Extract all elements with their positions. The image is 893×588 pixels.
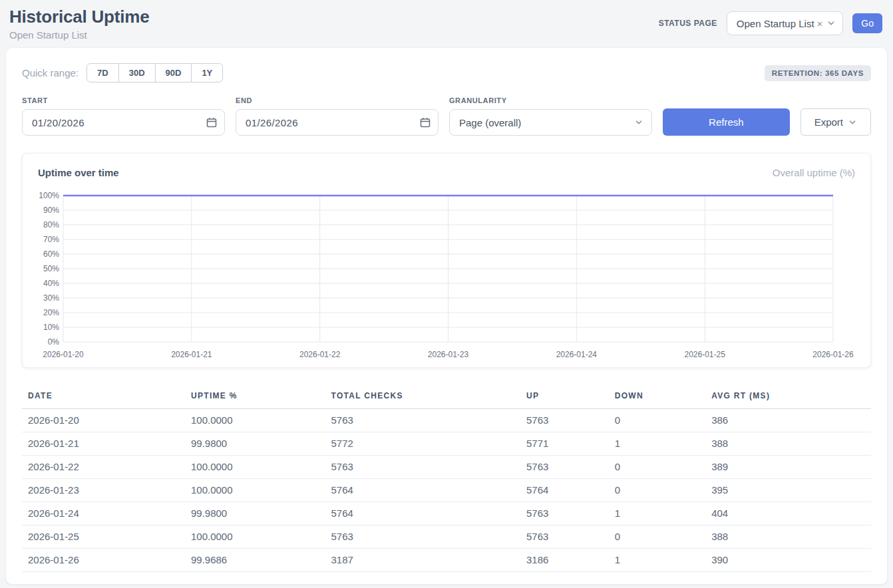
quick-range: Quick range: 7D30D90D1Y	[22, 63, 223, 82]
table-cell: 5763	[325, 409, 520, 432]
svg-text:70%: 70%	[43, 235, 59, 244]
table-cell: 99.9686	[185, 549, 325, 572]
refresh-button[interactable]: Refresh	[663, 108, 790, 136]
calendar-icon[interactable]	[206, 117, 217, 128]
main-panel: Quick range: 7D30D90D1Y RETENTION: 365 D…	[5, 47, 888, 585]
svg-text:2026-01-22: 2026-01-22	[299, 350, 341, 359]
table-row: 2026-01-2499.9800576457631404	[22, 502, 871, 525]
table-cell: 386	[705, 409, 871, 432]
clear-selection-icon[interactable]: ×	[817, 18, 823, 29]
table-cell: 100.0000	[185, 409, 325, 432]
granularity-field: GRANULARITY Page (overall)	[449, 96, 652, 136]
table-cell: 3187	[325, 549, 520, 572]
page-subtitle: Open Startup List	[9, 29, 149, 41]
table-cell: 99.9800	[185, 502, 325, 525]
column-header: UP	[520, 384, 609, 409]
table-cell: 5763	[520, 525, 609, 549]
filters-row: START END GRANULARITY Page (overall)	[22, 96, 871, 136]
table-cell: 395	[705, 479, 871, 502]
page-title: Historical Uptime	[9, 7, 149, 27]
status-page-label: STATUS PAGE	[659, 19, 717, 28]
table-cell: 0	[609, 409, 705, 432]
table-cell: 2026-01-21	[22, 432, 185, 456]
table-cell: 1	[609, 549, 705, 572]
table-cell: 5763	[520, 502, 609, 525]
table-row: 2026-01-23100.0000576457640395	[22, 479, 871, 502]
table-cell: 5763	[325, 456, 520, 479]
title-block: Historical Uptime Open Startup List	[9, 7, 149, 41]
svg-text:30%: 30%	[43, 293, 59, 303]
table-cell: 100.0000	[185, 456, 325, 479]
table-cell: 1	[609, 502, 705, 525]
chart-header: Uptime over time Overall uptime (%)	[38, 167, 855, 178]
quick-range-30d[interactable]: 30D	[118, 63, 156, 82]
table-row: 2026-01-22100.0000576357630389	[22, 456, 871, 479]
svg-text:2026-01-20: 2026-01-20	[43, 350, 84, 359]
table-cell: 390	[705, 549, 871, 572]
chart-title: Uptime over time	[38, 167, 119, 178]
start-date-wrap	[22, 109, 225, 136]
quick-range-7d[interactable]: 7D	[87, 63, 119, 82]
svg-text:10%: 10%	[43, 323, 59, 332]
export-button-label: Export	[814, 116, 843, 128]
status-page-control: STATUS PAGE Open Startup List × Go	[659, 11, 882, 35]
table-cell: 99.9800	[185, 432, 325, 456]
table-cell: 2026-01-25	[22, 525, 185, 549]
table-row: 2026-01-2199.9800577257711388	[22, 432, 871, 456]
table-cell: 5763	[325, 525, 520, 549]
table-cell: 2026-01-23	[22, 479, 185, 502]
status-page-select[interactable]: Open Startup List ×	[727, 11, 844, 35]
quick-range-group: 7D30D90D1Y	[87, 63, 223, 82]
table-cell: 389	[705, 456, 871, 479]
table-cell: 2026-01-24	[22, 502, 185, 525]
chevron-down-icon	[826, 19, 836, 28]
end-date-wrap	[236, 109, 439, 136]
table-cell: 5764	[325, 479, 520, 502]
end-date-input[interactable]	[236, 109, 439, 136]
table-cell: 2026-01-20	[22, 409, 185, 432]
column-header: AVG RT (MS)	[705, 384, 871, 409]
chevron-down-icon	[848, 118, 857, 127]
svg-text:2026-01-24: 2026-01-24	[556, 350, 598, 359]
svg-text:2026-01-25: 2026-01-25	[684, 350, 725, 359]
end-date-label: END	[236, 96, 439, 104]
table-cell: 388	[705, 525, 871, 549]
page-header: Historical Uptime Open Startup List STAT…	[0, 0, 893, 47]
export-button[interactable]: Export	[801, 108, 871, 136]
calendar-icon[interactable]	[420, 117, 431, 128]
table-cell: 5771	[520, 432, 609, 456]
toolbar-row: Quick range: 7D30D90D1Y RETENTION: 365 D…	[22, 63, 871, 82]
start-date-field: START	[22, 96, 225, 136]
table-cell: 2026-01-22	[22, 456, 185, 479]
column-header: UPTIME %	[185, 384, 325, 409]
table-body: 2026-01-20100.00005763576303862026-01-21…	[22, 409, 871, 572]
table-head: DATEUPTIME %TOTAL CHECKSUPDOWNAVG RT (MS…	[22, 384, 871, 409]
svg-text:90%: 90%	[43, 206, 59, 215]
column-header: TOTAL CHECKS	[325, 384, 520, 409]
table-cell: 5764	[520, 479, 609, 502]
quick-range-1y[interactable]: 1Y	[191, 63, 223, 82]
table-cell: 0	[609, 479, 705, 502]
table-cell: 404	[705, 502, 871, 525]
column-header: DATE	[22, 384, 185, 409]
chart-legend: Overall uptime (%)	[773, 167, 855, 178]
table-cell: 5772	[325, 432, 520, 456]
uptime-chart: 0%10%20%30%40%50%60%70%80%90%100%2026-01…	[38, 189, 855, 361]
table-cell: 388	[705, 432, 871, 456]
uptime-table: DATEUPTIME %TOTAL CHECKSUPDOWNAVG RT (MS…	[22, 384, 871, 572]
svg-text:2026-01-21: 2026-01-21	[171, 350, 212, 359]
svg-text:2026-01-23: 2026-01-23	[428, 350, 469, 359]
go-button[interactable]: Go	[852, 13, 882, 33]
svg-text:40%: 40%	[43, 279, 59, 288]
column-header: DOWN	[609, 384, 705, 409]
table-row: 2026-01-20100.0000576357630386	[22, 409, 871, 432]
start-date-input[interactable]	[22, 109, 225, 136]
table-cell: 100.0000	[185, 479, 325, 502]
granularity-select[interactable]: Page (overall)	[449, 109, 652, 136]
quick-range-90d[interactable]: 90D	[155, 63, 192, 82]
table-cell: 1	[609, 432, 705, 456]
retention-badge: RETENTION: 365 DAYS	[765, 65, 871, 81]
table-cell: 5763	[520, 456, 609, 479]
table-row: 2026-01-25100.0000576357630388	[22, 525, 871, 549]
table-cell: 0	[609, 525, 705, 549]
